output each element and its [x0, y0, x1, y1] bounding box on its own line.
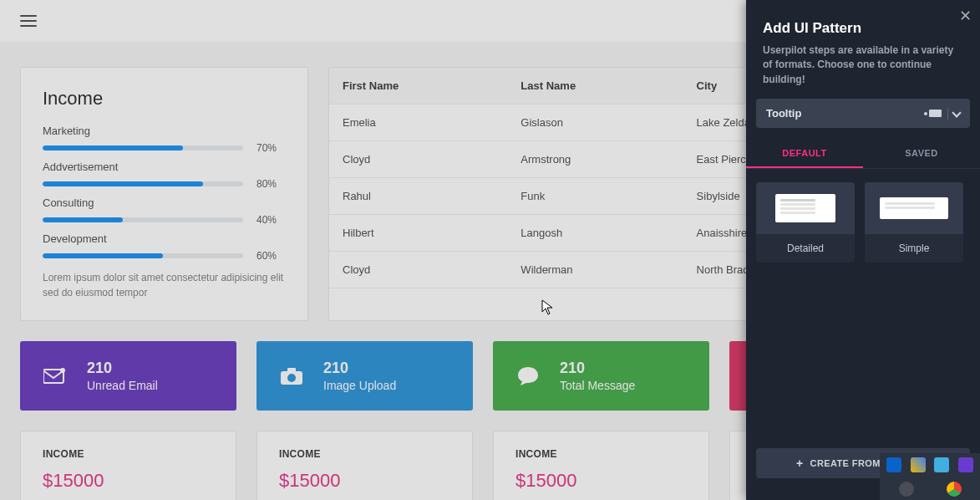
tooltip-icon: [924, 109, 942, 119]
bar-track: [43, 181, 243, 186]
stat-value: 210: [87, 360, 158, 377]
table-cell: Funk: [507, 178, 683, 215]
table-cell: Rahul: [329, 178, 507, 215]
chat-icon: [515, 363, 541, 390]
income-bar: Addvertisement80%: [43, 161, 286, 190]
bluetooth-icon[interactable]: [886, 457, 901, 472]
svg-point-4: [287, 374, 296, 382]
bar-track: [43, 253, 243, 258]
stat-tile[interactable]: 210Image Upload: [256, 341, 473, 411]
income-bar: Consulting40%: [43, 196, 286, 226]
svg-rect-7: [929, 110, 942, 117]
stat-value: 210: [560, 360, 635, 377]
bar-label: Development: [43, 232, 286, 245]
stat-tile[interactable]: 210Unread Email: [20, 341, 236, 411]
income-summary-value: $15000: [279, 470, 450, 492]
table-cell: Emelia: [329, 105, 507, 141]
income-card: Income Marketing70%Addvertisement80%Cons…: [20, 67, 308, 321]
table-cell: Cloyd: [329, 141, 507, 178]
menu-toggle[interactable]: [20, 15, 37, 27]
settings-tray-icon[interactable]: [958, 457, 973, 472]
income-title: Income: [43, 88, 286, 110]
table-cell: Cloyd: [329, 252, 507, 288]
income-summary-head: INCOME: [279, 448, 450, 460]
browser-tray-icon[interactable]: [899, 482, 914, 497]
camera-icon: [278, 363, 305, 390]
bar-track: [43, 217, 243, 222]
table-header: Last Name: [507, 68, 683, 105]
mail-icon: [42, 363, 69, 390]
tab-saved[interactable]: SAVED: [863, 140, 980, 168]
panel-title: Add UI Pattern: [763, 20, 963, 37]
income-summary-value: $15000: [43, 470, 214, 492]
bar-label: Consulting: [43, 196, 286, 209]
income-summary-head: INCOME: [43, 448, 214, 460]
table-cell: Hilbert: [329, 215, 507, 252]
bar-label: Marketing: [43, 125, 286, 137]
income-summary-card: INCOME$15000: [256, 431, 473, 500]
table-header: First Name: [329, 68, 507, 105]
template-detailed[interactable]: Detailed: [756, 182, 855, 263]
stat-label: Unread Email: [87, 379, 158, 392]
income-summary-card: INCOME$15000: [493, 431, 709, 500]
stat-label: Total Message: [560, 379, 635, 392]
income-bar: Marketing70%: [43, 125, 286, 154]
close-icon[interactable]: ✕: [959, 7, 972, 25]
bar-track: [43, 145, 243, 151]
pattern-type-label: Tooltip: [766, 107, 801, 120]
bar-percent: 60%: [256, 250, 277, 262]
panel-subtitle: Userpilot steps are available in a varie…: [763, 43, 963, 87]
table-cell: Wilderman: [507, 252, 683, 288]
template-simple-label: Simple: [865, 234, 963, 263]
bar-percent: 40%: [256, 214, 277, 226]
bar-percent: 70%: [256, 142, 277, 154]
table-cell: Gislason: [507, 105, 683, 141]
chrome-tray-icon[interactable]: [947, 482, 962, 497]
income-summary-head: INCOME: [515, 448, 687, 460]
income-description: Lorem ipsum dolor sit amet consectetur a…: [43, 270, 286, 300]
table-cell: Armstrong: [507, 141, 683, 178]
add-ui-pattern-panel: ✕ Add UI Pattern Userpilot steps are ava…: [746, 0, 980, 500]
template-simple[interactable]: Simple: [865, 182, 963, 263]
income-bar: Development60%: [43, 232, 286, 262]
svg-point-8: [924, 112, 927, 115]
stat-tile[interactable]: 210Total Message: [493, 341, 709, 411]
tab-default[interactable]: DEFAULT: [746, 140, 863, 168]
income-summary-value: $15000: [515, 470, 687, 492]
system-tray: [880, 453, 980, 500]
bar-percent: 80%: [256, 178, 277, 190]
table-cell: Langosh: [507, 215, 683, 252]
stat-value: 210: [323, 360, 396, 377]
svg-rect-3: [287, 368, 296, 372]
template-detailed-label: Detailed: [756, 234, 855, 263]
app-tray-icon[interactable]: [934, 457, 949, 472]
pattern-type-select[interactable]: Tooltip: [756, 99, 970, 128]
bar-label: Addvertisement: [43, 161, 286, 173]
stat-label: Image Upload: [323, 379, 396, 392]
chevron-down-icon: [952, 108, 961, 117]
income-summary-card: INCOME$15000: [20, 431, 236, 500]
security-icon[interactable]: [911, 457, 926, 472]
svg-point-1: [60, 368, 65, 373]
